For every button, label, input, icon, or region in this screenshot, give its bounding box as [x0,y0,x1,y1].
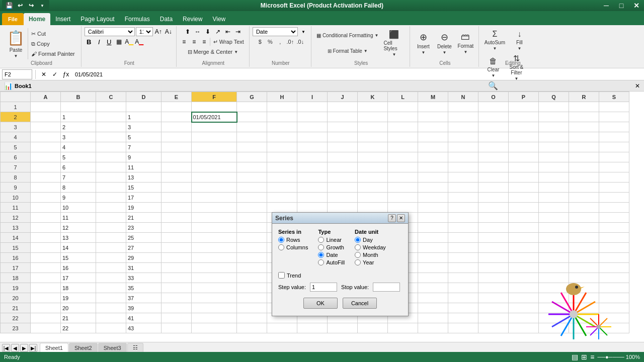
cell-G19[interactable] [237,283,267,293]
cell-S9[interactable] [599,183,629,193]
cell-O5[interactable] [478,142,509,152]
cell-A7[interactable] [31,162,61,172]
dialog-help-btn[interactable]: ? [388,214,396,222]
cell-B3[interactable]: 2 [61,122,96,132]
cell-I6[interactable] [297,152,328,162]
paste-dropdown[interactable]: ▼ [14,54,18,58]
cell-F19[interactable] [192,283,237,293]
cell-L11[interactable] [388,203,418,213]
fill-color-btn[interactable]: A▁ [125,37,134,46]
tab-page-layout[interactable]: Page Layout [75,13,119,25]
font-name-select[interactable]: Calibri [85,27,135,36]
cell-P22[interactable] [509,313,539,323]
cell-M13[interactable] [418,223,448,233]
sheet-nav-first[interactable]: |◀ [2,344,10,352]
font-color-btn[interactable]: A▁ [135,37,144,46]
cell-L3[interactable] [388,122,418,132]
cell-R14[interactable] [569,233,599,243]
rows-radio[interactable] [278,237,284,243]
cell-H11[interactable] [267,203,297,213]
orientation-btn[interactable]: ↗ [213,27,222,36]
cell-C21[interactable] [96,303,126,313]
cell-B22[interactable]: 21 [61,313,96,323]
row-header-14[interactable]: 14 [1,233,31,243]
cell-O3[interactable] [478,122,509,132]
cell-A14[interactable] [31,233,61,243]
cell-H3[interactable] [267,122,297,132]
cell-O11[interactable] [478,203,509,213]
cell-C8[interactable] [96,172,126,183]
cell-C23[interactable] [96,323,126,333]
cell-D18[interactable]: 33 [126,273,162,283]
col-header-L[interactable]: L [388,92,418,102]
cell-L4[interactable] [388,132,418,142]
maximize-btn[interactable]: □ [614,0,629,11]
cell-O22[interactable] [478,313,509,323]
cell-A23[interactable] [31,323,61,333]
cell-O2[interactable] [478,112,509,122]
cell-Q2[interactable] [539,112,569,122]
cell-M14[interactable] [418,233,448,243]
cell-S3[interactable] [599,122,629,132]
cell-C17[interactable] [96,263,126,273]
increase-font-btn[interactable]: A↑ [154,27,163,36]
cell-O21[interactable] [478,303,509,313]
cell-F10[interactable] [192,193,237,203]
cell-P11[interactable] [509,203,539,213]
cell-D2[interactable]: 1 [126,112,162,122]
cell-E12[interactable] [162,213,192,223]
cell-B4[interactable]: 3 [61,132,96,142]
cell-K4[interactable] [358,132,388,142]
step-value-input[interactable] [310,283,337,292]
cell-M19[interactable] [418,283,448,293]
cell-C20[interactable] [96,293,126,303]
cell-Q3[interactable] [539,122,569,132]
col-header-I[interactable]: I [297,92,328,102]
cell-A2[interactable] [31,112,61,122]
wrap-text-btn[interactable]: ↵ Wrap Text [211,37,246,46]
row-header-5[interactable]: 5 [1,142,31,152]
cell-B5[interactable]: 4 [61,142,96,152]
row-header-8[interactable]: 8 [1,172,31,183]
cell-F20[interactable] [192,293,237,303]
cell-M18[interactable] [418,273,448,283]
cell-R1[interactable] [569,102,599,112]
cell-S19[interactable] [599,283,629,293]
cell-N4[interactable] [448,132,478,142]
cell-I4[interactable] [297,132,328,142]
cell-A10[interactable] [31,193,61,203]
cell-H4[interactable] [267,132,297,142]
cell-F15[interactable] [192,243,237,253]
merge-dropdown[interactable]: ▼ [234,50,238,54]
cell-C4[interactable] [96,132,126,142]
row-header-22[interactable]: 22 [1,313,31,323]
cell-N1[interactable] [448,102,478,112]
cell-J3[interactable] [328,122,358,132]
col-header-C[interactable]: C [96,92,126,102]
cell-A4[interactable] [31,132,61,142]
insert-function-btn[interactable]: ƒx [61,69,71,79]
cell-I7[interactable] [297,162,328,172]
cell-D20[interactable]: 37 [126,293,162,303]
cell-P5[interactable] [509,142,539,152]
cell-D6[interactable]: 9 [126,152,162,162]
cell-C14[interactable] [96,233,126,243]
cell-Q8[interactable] [539,172,569,183]
align-middle-btn[interactable]: ↔ [193,27,202,36]
cell-K2[interactable] [358,112,388,122]
cell-I3[interactable] [297,122,328,132]
cell-H5[interactable] [267,142,297,152]
cell-B21[interactable]: 20 [61,303,96,313]
cell-G23[interactable] [237,323,267,333]
cell-H6[interactable] [267,152,297,162]
corner-header[interactable] [1,92,31,102]
underline-btn[interactable]: U [105,37,114,46]
cell-M12[interactable] [418,213,448,223]
cell-G6[interactable] [237,152,267,162]
cell-P16[interactable] [509,253,539,263]
cell-E14[interactable] [162,233,192,243]
cell-P13[interactable] [509,223,539,233]
undo-qa-btn[interactable]: ↩ [15,1,25,10]
cell-Q15[interactable] [539,243,569,253]
cell-P17[interactable] [509,263,539,273]
